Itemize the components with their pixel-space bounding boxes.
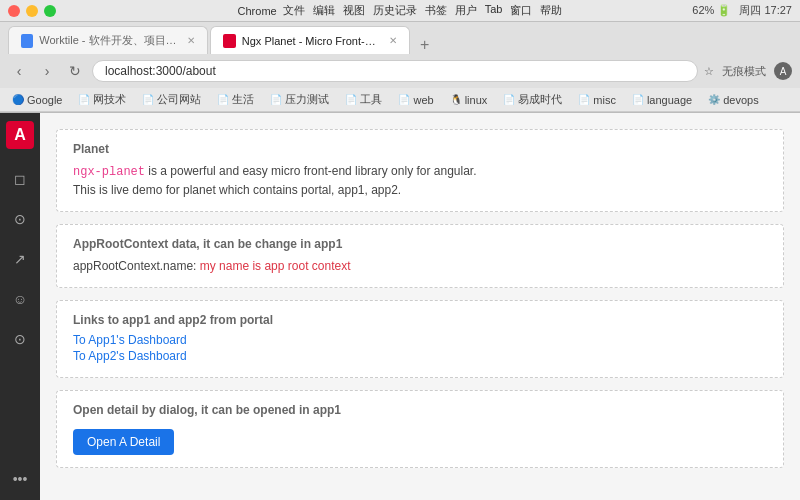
app-name: Chrome (238, 5, 277, 17)
app-root-card-title: AppRootContext data, it can be change in… (73, 237, 767, 251)
bookmark-misc[interactable]: 📄 misc (574, 93, 620, 107)
bookmark-life[interactable]: 📄 生活 (213, 91, 258, 108)
tab-worktile-label: Worktile - 软件开发、项目管理... (39, 33, 177, 48)
dialog-card: Open detail by dialog, it can be opened … (56, 390, 784, 468)
title-bar-center: Chrome 文件 编辑 视图 历史记录 书签 用户 Tab 窗口 帮助 (238, 3, 563, 18)
sidebar-icon-circle[interactable]: ⊙ (6, 205, 34, 233)
bookmark-language[interactable]: 📄 language (628, 93, 696, 107)
tab-ngx-planet[interactable]: Ngx Planet - Micro Front-end... ✕ (210, 26, 410, 54)
app-root-card: AppRootContext data, it can be change in… (56, 224, 784, 288)
link-app1-dashboard[interactable]: To App1's Dashboard (73, 333, 767, 347)
forward-button[interactable]: › (36, 60, 58, 82)
bookmark-web-tech-label: 网技术 (93, 92, 126, 107)
angular-logo: A (6, 121, 34, 149)
back-button[interactable]: ‹ (8, 60, 30, 82)
sidebar-icon-box[interactable]: ◻ (6, 165, 34, 193)
tab-worktile-close[interactable]: ✕ (187, 35, 195, 46)
bookmark-google-label: Google (27, 94, 62, 106)
browser-chrome: Worktile - 软件开发、项目管理... ✕ Ngx Planet - M… (0, 22, 800, 113)
bookmark-tools[interactable]: 📄 工具 (341, 91, 386, 108)
links-card-title: Links to app1 and app2 from portal (73, 313, 767, 327)
window-controls (8, 5, 56, 17)
sidebar-icon-target[interactable]: ⊙ (6, 325, 34, 353)
bookmark-google[interactable]: 🔵 Google (8, 93, 66, 107)
address-right-controls: ☆ 无痕模式 A (704, 62, 792, 80)
title-bar: Chrome 文件 编辑 视图 历史记录 书签 用户 Tab 窗口 帮助 62%… (0, 0, 800, 22)
planet-demo-text: This is live demo for planet which conta… (73, 183, 401, 197)
bookmark-stress-label: 压力测试 (285, 92, 329, 107)
bookmark-linux[interactable]: 🐧 linux (446, 93, 492, 107)
incognito-label: 无痕模式 (722, 64, 766, 79)
bookmark-web-tech[interactable]: 📄 网技术 (74, 91, 130, 108)
title-bar-right: 62% 🔋 周四 17:27 (692, 3, 792, 18)
address-bar: ‹ › ↻ ☆ 无痕模式 A (0, 54, 800, 88)
linux-icon: 🐧 (450, 94, 462, 105)
bookmark-life-label: 生活 (232, 92, 254, 107)
yicheng-icon: 📄 (503, 94, 515, 105)
profile-icon[interactable]: A (774, 62, 792, 80)
sidebar-more-button[interactable]: ••• (6, 465, 34, 493)
company-icon: 📄 (142, 94, 154, 105)
life-icon: 📄 (217, 94, 229, 105)
planet-card-title: Planet (73, 142, 767, 156)
misc-icon: 📄 (578, 94, 590, 105)
bookmark-stress[interactable]: 📄 压力测试 (266, 91, 333, 108)
sidebar-icon-smiley[interactable]: ☺ (6, 285, 34, 313)
bookmarks-bar: 🔵 Google 📄 网技术 📄 公司网站 📄 生活 📄 压力测试 📄 工具 📄… (0, 88, 800, 112)
ngx-planet-code: ngx-planet (73, 165, 145, 179)
app-root-value: my name is app root context (200, 259, 351, 273)
dialog-card-title: Open detail by dialog, it can be opened … (73, 403, 767, 417)
bookmark-language-label: language (647, 94, 692, 106)
bookmark-company[interactable]: 📄 公司网站 (138, 91, 205, 108)
close-button[interactable] (8, 5, 20, 17)
tools-icon: 📄 (345, 94, 357, 105)
stress-icon: 📄 (270, 94, 282, 105)
worktile-favicon (21, 34, 33, 48)
maximize-button[interactable] (44, 5, 56, 17)
battery-status: 62% 🔋 (692, 4, 731, 17)
web-icon: 📄 (398, 94, 410, 105)
planet-card: Planet ngx-planet is a powerful and easy… (56, 129, 784, 212)
new-tab-button[interactable]: + (414, 36, 435, 54)
bookmark-company-label: 公司网站 (157, 92, 201, 107)
planet-card-description: ngx-planet is a powerful and easy micro … (73, 162, 767, 199)
planet-desc-text: is a powerful and easy micro front-end l… (145, 164, 477, 178)
google-icon: 🔵 (12, 94, 24, 105)
open-detail-button[interactable]: Open A Detail (73, 429, 174, 455)
tab-ngx-planet-label: Ngx Planet - Micro Front-end... (242, 35, 379, 47)
content-area: Planet ngx-planet is a powerful and easy… (40, 113, 800, 500)
menu-bar: 文件 编辑 视图 历史记录 书签 用户 Tab 窗口 帮助 (283, 3, 563, 18)
bookmark-misc-label: misc (593, 94, 616, 106)
bookmark-tools-label: 工具 (360, 92, 382, 107)
web-tech-icon: 📄 (78, 94, 90, 105)
bookmark-web-label: web (413, 94, 433, 106)
links-card: Links to app1 and app2 from portal To Ap… (56, 300, 784, 378)
bookmark-yicheng-label: 易成时代 (518, 92, 562, 107)
sidebar-icon-arrow[interactable]: ↗ (6, 245, 34, 273)
bookmark-devops[interactable]: ⚙️ devops (704, 93, 762, 107)
ngx-planet-favicon (223, 34, 236, 48)
language-icon: 📄 (632, 94, 644, 105)
bookmark-web[interactable]: 📄 web (394, 93, 437, 107)
tab-ngx-planet-close[interactable]: ✕ (389, 35, 397, 46)
star-icon[interactable]: ☆ (704, 65, 714, 78)
address-input[interactable] (92, 60, 698, 82)
main-layout: A ◻ ⊙ ↗ ☺ ⊙ ••• Planet ngx-planet is a p… (0, 113, 800, 500)
devops-icon: ⚙️ (708, 94, 720, 105)
app-root-card-content: appRootContext.name: my name is app root… (73, 257, 767, 275)
tab-worktile[interactable]: Worktile - 软件开发、项目管理... ✕ (8, 26, 208, 54)
clock: 周四 17:27 (739, 3, 792, 18)
minimize-button[interactable] (26, 5, 38, 17)
sidebar: A ◻ ⊙ ↗ ☺ ⊙ ••• (0, 113, 40, 500)
tab-bar: Worktile - 软件开发、项目管理... ✕ Ngx Planet - M… (0, 22, 800, 54)
app-root-prefix: appRootContext.name: (73, 259, 200, 273)
reload-button[interactable]: ↻ (64, 60, 86, 82)
bookmark-yicheng[interactable]: 📄 易成时代 (499, 91, 566, 108)
link-app2-dashboard[interactable]: To App2's Dashboard (73, 349, 767, 363)
bookmark-devops-label: devops (723, 94, 758, 106)
bookmark-linux-label: linux (465, 94, 488, 106)
